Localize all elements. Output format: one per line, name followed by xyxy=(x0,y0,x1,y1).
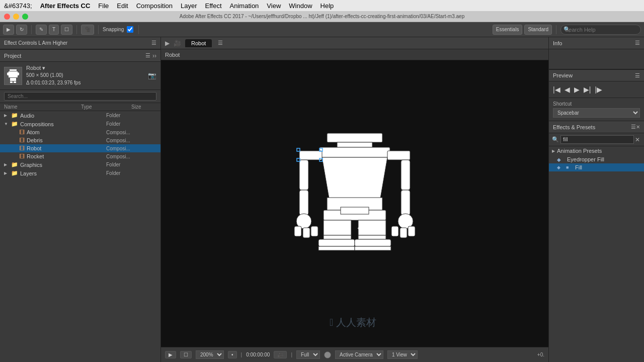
effect-controls-title: Effect Controls L Arm Higher xyxy=(4,40,67,46)
effects-close-btn[interactable]: ✕ xyxy=(636,124,640,130)
close-button[interactable] xyxy=(4,14,10,20)
svg-rect-12 xyxy=(299,151,322,160)
menu-effect[interactable]: Effect xyxy=(205,2,222,10)
app-name[interactable]: After Effects CC xyxy=(40,2,91,10)
comp-layout-btn[interactable]: ☐ xyxy=(180,351,192,358)
info-content xyxy=(549,49,644,69)
menu-help[interactable]: Help xyxy=(320,2,334,10)
svg-rect-27 xyxy=(324,220,351,235)
composition-viewer[interactable]: ⌖  人人素材 xyxy=(161,60,548,347)
standard-btn[interactable]: Standard xyxy=(524,25,552,35)
eyedropper-fill-icon: ◆ xyxy=(557,157,565,162)
tree-layers[interactable]: ▶ 📁 Layers Folder xyxy=(0,169,160,177)
prev-stop-btn[interactable]: ▶ xyxy=(573,84,581,95)
robot-details: Robot ▾ 500 × 500 (1.00) Δ 0:01:03:23, 2… xyxy=(26,65,80,86)
color-manage-btn[interactable] xyxy=(324,351,331,358)
svg-rect-16 xyxy=(294,226,301,236)
prev-forward-btn[interactable]: ▶| xyxy=(583,84,592,95)
tool-shape[interactable]: ☐ xyxy=(61,25,72,35)
effects-menu[interactable]: ☰ xyxy=(631,124,636,130)
robot-info: Robot ▾ 500 × 500 (1.00) Δ 0:01:03:23, 2… xyxy=(0,62,160,90)
preview-controls: |◀ ◀ ▶ ▶| |▶ xyxy=(549,81,644,98)
effects-search-icon: 🔍 xyxy=(552,136,559,143)
maximize-button[interactable] xyxy=(22,14,28,20)
eyedropper-fill-item[interactable]: ◆ Eyedropper Fill xyxy=(549,155,644,163)
menu-file[interactable]: File xyxy=(98,2,109,10)
quality-select[interactable]: Full xyxy=(296,350,320,359)
project-panel: Project ☰ ›› xyxy=(0,49,160,362)
tree-graphics[interactable]: ▶ 📁 Graphics Folder xyxy=(0,160,160,169)
fill-icon2: ■ xyxy=(566,165,573,170)
menu-animation[interactable]: Animation xyxy=(230,2,259,10)
fit-btn[interactable]: • xyxy=(228,351,237,358)
animation-presets-header[interactable]: ▶ Animation Presets xyxy=(549,146,644,155)
tree-audio[interactable]: ▶ 📁 Audio Folder xyxy=(0,111,160,120)
prev-first-btn[interactable]: |◀ xyxy=(552,84,561,95)
tree-debris[interactable]: 🎞 Debris Composi... xyxy=(0,136,160,144)
prev-last-btn[interactable]: |▶ xyxy=(594,84,603,95)
fill-item[interactable]: ◆ ■ Fill xyxy=(549,163,644,171)
column-headers: Name Type Size xyxy=(0,103,160,111)
fill-results-section: ◆ Eyedropper Fill ◆ ■ Fill xyxy=(549,155,644,171)
project-menu-icon[interactable]: ☰ xyxy=(145,52,150,59)
svg-rect-6 xyxy=(14,81,16,83)
sep2: | xyxy=(291,352,292,357)
tree-compositions[interactable]: ▼ 📁 Compositions Folder xyxy=(0,120,160,128)
effects-clear-btn[interactable]: ✕ xyxy=(634,136,641,143)
menu-view[interactable]: View xyxy=(267,2,281,10)
robot-preview: ⌖ xyxy=(279,123,430,284)
comp-cam-btn[interactable]: 🎥 xyxy=(274,351,287,358)
composition-header: ▶ 🎥 Robot ☰ xyxy=(161,37,548,49)
fill-icon-check: ◆ xyxy=(557,165,564,170)
comp-menu[interactable]: ☰ xyxy=(218,40,223,46)
col-type-header: Type xyxy=(81,104,131,110)
shortcut-select[interactable]: Spacebar xyxy=(553,108,640,118)
tool-rotate[interactable]: ↻ xyxy=(16,25,27,35)
project-icon-btn[interactable]: 📷 xyxy=(148,72,156,79)
svg-rect-34 xyxy=(355,246,391,250)
svg-rect-36 xyxy=(297,148,300,151)
title-bar: Adobe After Effects CC 2017 - ~/Users/je… xyxy=(0,11,644,22)
svg-rect-35 xyxy=(341,207,369,214)
tool-text[interactable]: T xyxy=(49,25,59,35)
tool-pen[interactable]: ✎ xyxy=(36,25,47,35)
effects-search-input[interactable] xyxy=(560,135,634,144)
svg-rect-5 xyxy=(10,81,13,83)
menu-layer[interactable]: Layer xyxy=(181,2,197,10)
tool-camera[interactable]: 🎥 xyxy=(81,25,94,35)
apple-menu[interactable]: &#63743; xyxy=(4,2,32,10)
menu-window[interactable]: Window xyxy=(289,2,312,10)
essentials-btn[interactable]: Essentials xyxy=(493,25,523,35)
svg-rect-20 xyxy=(401,160,410,190)
robot-thumbnail xyxy=(4,67,22,85)
eyedropper-fill-label: Eyedropper Fill xyxy=(567,156,604,162)
snapping-checkbox[interactable] xyxy=(127,26,133,33)
comp-preview-btn[interactable]: ▶ xyxy=(165,351,176,358)
col-size-header: Size xyxy=(131,104,156,110)
tool-select[interactable]: ▶ xyxy=(3,25,14,35)
comp-tab-robot[interactable]: Robot xyxy=(185,39,212,47)
menu-edit[interactable]: Edit xyxy=(117,2,128,10)
preview-menu[interactable]: ☰ xyxy=(635,72,640,79)
project-search-input[interactable] xyxy=(4,92,156,101)
watermark:  人人素材 xyxy=(325,311,385,332)
camera-select[interactable]: Active Camera xyxy=(335,350,383,359)
shortcut-section: Shortcut Spacebar xyxy=(549,98,644,121)
svg-rect-9 xyxy=(319,147,390,157)
minimize-button[interactable] xyxy=(13,14,19,20)
tree-robot[interactable]: 🎞 Robot Composi... xyxy=(0,144,160,152)
info-title: Info xyxy=(553,40,562,46)
project-expand-btn[interactable]: ›› xyxy=(152,52,156,59)
plus-value: +0. xyxy=(537,352,544,357)
info-menu[interactable]: ☰ xyxy=(635,40,640,46)
menu-composition[interactable]: Composition xyxy=(136,2,173,10)
breadcrumb: Robot xyxy=(165,52,180,58)
zoom-select[interactable]: 200% xyxy=(196,350,224,359)
tree-rocket[interactable]: 🎞 Rocket Composi... xyxy=(0,152,160,160)
effect-controls-menu[interactable]: ☰ xyxy=(151,40,156,46)
view-select[interactable]: 1 View xyxy=(387,350,418,359)
tree-atom[interactable]: 🎞 Atom Composi... xyxy=(0,128,160,136)
global-search-input[interactable] xyxy=(560,25,641,35)
title-text: Adobe After Effects CC 2017 - ~/Users/je… xyxy=(180,14,464,19)
prev-back-btn[interactable]: ◀ xyxy=(564,84,571,95)
